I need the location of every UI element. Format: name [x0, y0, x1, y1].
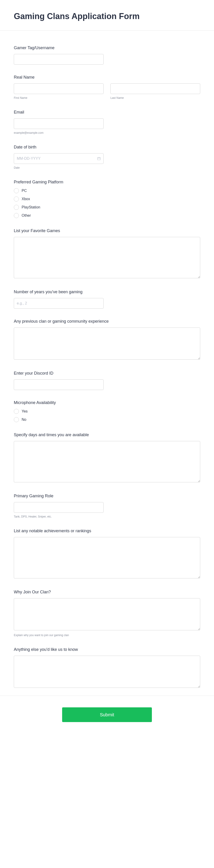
- role-input[interactable]: [14, 502, 104, 513]
- years-gaming-label: Number of years you've been gaming: [14, 289, 200, 294]
- prev-experience-input[interactable]: [14, 328, 200, 360]
- radio-icon: [14, 213, 19, 218]
- availability-input[interactable]: [14, 441, 200, 483]
- real-name-label: Real Name: [14, 75, 200, 80]
- form-footer: Submit: [0, 695, 214, 734]
- first-name-sublabel: First Name: [14, 96, 104, 99]
- discord-label: Enter your Discord ID: [14, 371, 200, 376]
- radio-option-other[interactable]: Other: [14, 213, 200, 218]
- why-join-sublabel: Explain why you want to join our gaming …: [14, 633, 200, 637]
- gamer-tag-label: Gamer Tag/Username: [14, 45, 200, 50]
- form-body: Gamer Tag/Username Real Name First Name …: [0, 31, 214, 695]
- radio-icon: [14, 409, 19, 414]
- radio-label: Xbox: [22, 197, 30, 201]
- last-name-sublabel: Last Name: [110, 96, 200, 99]
- why-join-input[interactable]: [14, 598, 200, 630]
- radio-label: PC: [22, 189, 27, 193]
- radio-label: Yes: [22, 409, 28, 413]
- email-input[interactable]: [14, 118, 104, 129]
- radio-label: Other: [22, 214, 31, 218]
- dob-label: Date of birth: [14, 145, 200, 150]
- favorite-games-label: List your Favorite Games: [14, 228, 200, 233]
- prev-experience-label: Any previous clan or gaming community ex…: [14, 319, 200, 324]
- last-name-input[interactable]: [110, 84, 200, 94]
- why-join-label: Why Join Our Clan?: [14, 590, 200, 594]
- submit-button[interactable]: Submit: [62, 707, 152, 722]
- calendar-icon: [97, 157, 101, 160]
- favorite-games-input[interactable]: [14, 237, 200, 278]
- page-title: Gaming Clans Application Form: [14, 11, 200, 21]
- dob-input[interactable]: [14, 153, 104, 164]
- achievements-label: List any notable achievements or ranking…: [14, 529, 200, 533]
- radio-label: PlayStation: [22, 205, 40, 209]
- email-label: Email: [14, 110, 200, 115]
- achievements-input[interactable]: [14, 537, 200, 579]
- radio-icon: [14, 188, 19, 193]
- radio-label: No: [22, 417, 26, 422]
- radio-option-no[interactable]: No: [14, 417, 200, 422]
- mic-availability-label: Microphone Availability: [14, 400, 200, 405]
- first-name-input[interactable]: [14, 84, 104, 94]
- availability-label: Specify days and times you are available: [14, 433, 200, 437]
- role-label: Primary Gaming Role: [14, 494, 200, 498]
- years-gaming-input[interactable]: [14, 298, 104, 309]
- role-sublabel: Tank, DPS, Healer, Sniper, etc.: [14, 515, 200, 518]
- radio-icon: [14, 196, 19, 202]
- discord-input[interactable]: [14, 379, 104, 390]
- radio-option-playstation[interactable]: PlayStation: [14, 205, 200, 210]
- svg-rect-0: [98, 157, 100, 160]
- radio-option-yes[interactable]: Yes: [14, 409, 200, 414]
- dob-sublabel: Date: [14, 166, 200, 169]
- anything-else-label: Anything else you'd like us to know: [14, 647, 200, 652]
- radio-option-xbox[interactable]: Xbox: [14, 196, 200, 202]
- gamer-tag-input[interactable]: [14, 54, 104, 65]
- email-sublabel: example@example.com: [14, 131, 200, 134]
- anything-else-input[interactable]: [14, 656, 200, 688]
- radio-icon: [14, 205, 19, 210]
- platform-label: Preferred Gaming Platform: [14, 180, 200, 185]
- radio-icon: [14, 417, 19, 422]
- form-header: Gaming Clans Application Form: [0, 0, 214, 31]
- radio-option-pc[interactable]: PC: [14, 188, 200, 193]
